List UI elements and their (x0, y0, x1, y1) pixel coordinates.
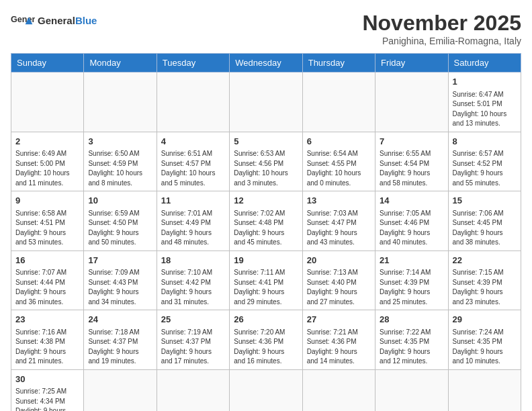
day-cell (84, 73, 157, 132)
day-header-saturday: Saturday (448, 54, 521, 73)
day-cell: 15Sunrise: 7:06 AM Sunset: 4:45 PM Dayli… (448, 191, 521, 251)
day-number: 23 (15, 313, 79, 326)
logo-text: GeneralBlue (38, 15, 97, 26)
day-cell (230, 73, 302, 132)
day-info: Sunrise: 7:20 AM Sunset: 4:36 PM Dayligh… (234, 328, 298, 367)
day-cell (302, 369, 375, 411)
day-number: 11 (161, 194, 225, 208)
day-cell: 29Sunrise: 7:24 AM Sunset: 4:35 PM Dayli… (448, 310, 521, 370)
logo: General GeneralBlue (11, 11, 97, 30)
day-cell: 13Sunrise: 7:03 AM Sunset: 4:47 PM Dayli… (302, 191, 375, 251)
day-cell: 9Sunrise: 6:58 AM Sunset: 4:51 PM Daylig… (11, 191, 84, 251)
day-cell: 14Sunrise: 7:05 AM Sunset: 4:46 PM Dayli… (375, 191, 448, 251)
day-cell: 27Sunrise: 7:21 AM Sunset: 4:36 PM Dayli… (302, 310, 375, 370)
day-cell: 26Sunrise: 7:20 AM Sunset: 4:36 PM Dayli… (230, 310, 302, 370)
day-number: 30 (15, 373, 79, 386)
location-subtitle: Panighina, Emilia-Romagna, Italy (362, 36, 521, 46)
day-info: Sunrise: 6:57 AM Sunset: 4:52 PM Dayligh… (453, 149, 517, 188)
day-cell (375, 369, 448, 411)
day-info: Sunrise: 6:58 AM Sunset: 4:51 PM Dayligh… (15, 209, 79, 248)
day-cell: 23Sunrise: 7:16 AM Sunset: 4:38 PM Dayli… (11, 310, 84, 370)
day-header-thursday: Thursday (302, 54, 375, 73)
day-cell: 18Sunrise: 7:10 AM Sunset: 4:42 PM Dayli… (157, 250, 229, 310)
day-cell: 17Sunrise: 7:09 AM Sunset: 4:43 PM Dayli… (84, 250, 157, 310)
day-info: Sunrise: 7:19 AM Sunset: 4:37 PM Dayligh… (161, 328, 225, 367)
day-info: Sunrise: 7:07 AM Sunset: 4:44 PM Dayligh… (15, 268, 79, 307)
day-info: Sunrise: 7:01 AM Sunset: 4:49 PM Dayligh… (161, 209, 225, 248)
day-cell (302, 73, 375, 132)
day-info: Sunrise: 7:14 AM Sunset: 4:39 PM Dayligh… (380, 268, 443, 307)
day-info: Sunrise: 7:10 AM Sunset: 4:42 PM Dayligh… (161, 268, 225, 307)
day-number: 24 (88, 313, 152, 326)
day-cell (11, 73, 84, 132)
day-number: 15 (453, 194, 517, 208)
day-number: 5 (234, 135, 298, 148)
day-cell: 10Sunrise: 6:59 AM Sunset: 4:50 PM Dayli… (84, 191, 157, 251)
day-number: 25 (161, 313, 225, 326)
day-cell: 21Sunrise: 7:14 AM Sunset: 4:39 PM Dayli… (375, 250, 448, 310)
day-number: 28 (380, 313, 443, 326)
day-info: Sunrise: 6:54 AM Sunset: 4:55 PM Dayligh… (307, 149, 371, 188)
day-header-wednesday: Wednesday (230, 54, 302, 73)
day-cell: 5Sunrise: 6:53 AM Sunset: 4:56 PM Daylig… (230, 132, 302, 191)
day-info: Sunrise: 6:51 AM Sunset: 4:57 PM Dayligh… (161, 149, 225, 188)
day-number: 4 (161, 135, 225, 148)
day-cell: 28Sunrise: 7:22 AM Sunset: 4:35 PM Dayli… (375, 310, 448, 370)
logo-icon: General (11, 11, 35, 30)
day-number: 14 (380, 194, 443, 208)
week-row-1: 1Sunrise: 6:47 AM Sunset: 5:01 PM Daylig… (11, 73, 521, 132)
calendar-table: SundayMondayTuesdayWednesdayThursdayFrid… (11, 53, 521, 411)
day-number: 6 (307, 135, 371, 148)
day-info: Sunrise: 6:53 AM Sunset: 4:56 PM Dayligh… (234, 149, 298, 188)
week-row-6: 30Sunrise: 7:25 AM Sunset: 4:34 PM Dayli… (11, 369, 521, 411)
day-info: Sunrise: 7:18 AM Sunset: 4:37 PM Dayligh… (88, 328, 152, 367)
day-cell (230, 369, 302, 411)
day-info: Sunrise: 7:16 AM Sunset: 4:38 PM Dayligh… (15, 328, 79, 367)
day-cell: 24Sunrise: 7:18 AM Sunset: 4:37 PM Dayli… (84, 310, 157, 370)
day-info: Sunrise: 7:15 AM Sunset: 4:39 PM Dayligh… (453, 268, 517, 307)
day-number: 29 (453, 313, 517, 326)
day-info: Sunrise: 7:21 AM Sunset: 4:36 PM Dayligh… (307, 328, 371, 367)
day-cell: 22Sunrise: 7:15 AM Sunset: 4:39 PM Dayli… (448, 250, 521, 310)
day-cell: 2Sunrise: 6:49 AM Sunset: 5:00 PM Daylig… (11, 132, 84, 191)
day-info: Sunrise: 7:25 AM Sunset: 4:34 PM Dayligh… (15, 387, 79, 411)
day-number: 10 (88, 194, 152, 208)
day-info: Sunrise: 7:22 AM Sunset: 4:35 PM Dayligh… (380, 328, 443, 367)
day-number: 22 (453, 254, 517, 267)
day-info: Sunrise: 6:50 AM Sunset: 4:59 PM Dayligh… (88, 149, 152, 188)
day-cell: 25Sunrise: 7:19 AM Sunset: 4:37 PM Dayli… (157, 310, 229, 370)
day-number: 20 (307, 254, 371, 267)
day-cell: 19Sunrise: 7:11 AM Sunset: 4:41 PM Dayli… (230, 250, 302, 310)
day-number: 3 (88, 135, 152, 148)
day-info: Sunrise: 7:24 AM Sunset: 4:35 PM Dayligh… (453, 328, 517, 367)
day-cell: 8Sunrise: 6:57 AM Sunset: 4:52 PM Daylig… (448, 132, 521, 191)
day-info: Sunrise: 7:09 AM Sunset: 4:43 PM Dayligh… (88, 268, 152, 307)
day-number: 16 (15, 254, 79, 267)
day-info: Sunrise: 7:05 AM Sunset: 4:46 PM Dayligh… (380, 209, 443, 248)
day-info: Sunrise: 7:06 AM Sunset: 4:45 PM Dayligh… (453, 209, 517, 248)
day-number: 1 (453, 75, 517, 89)
day-cell (448, 369, 521, 411)
day-headers-row: SundayMondayTuesdayWednesdayThursdayFrid… (11, 54, 521, 73)
day-number: 12 (234, 194, 298, 208)
header: General GeneralBlue November 2025 Panigh… (11, 11, 521, 46)
day-cell (157, 369, 229, 411)
day-cell: 16Sunrise: 7:07 AM Sunset: 4:44 PM Dayli… (11, 250, 84, 310)
week-row-5: 23Sunrise: 7:16 AM Sunset: 4:38 PM Dayli… (11, 310, 521, 370)
day-info: Sunrise: 6:59 AM Sunset: 4:50 PM Dayligh… (88, 209, 152, 248)
day-cell (84, 369, 157, 411)
day-cell (157, 73, 229, 132)
day-info: Sunrise: 6:55 AM Sunset: 4:54 PM Dayligh… (380, 149, 443, 188)
day-number: 18 (161, 254, 225, 267)
day-number: 2 (15, 135, 79, 148)
day-number: 27 (307, 313, 371, 326)
day-header-tuesday: Tuesday (157, 54, 229, 73)
day-info: Sunrise: 6:47 AM Sunset: 5:01 PM Dayligh… (453, 90, 517, 129)
day-cell: 4Sunrise: 6:51 AM Sunset: 4:57 PM Daylig… (157, 132, 229, 191)
week-row-2: 2Sunrise: 6:49 AM Sunset: 5:00 PM Daylig… (11, 132, 521, 191)
day-number: 7 (380, 135, 443, 148)
day-info: Sunrise: 7:13 AM Sunset: 4:40 PM Dayligh… (307, 268, 371, 307)
day-header-friday: Friday (375, 54, 448, 73)
day-cell: 20Sunrise: 7:13 AM Sunset: 4:40 PM Dayli… (302, 250, 375, 310)
day-number: 9 (15, 194, 79, 208)
